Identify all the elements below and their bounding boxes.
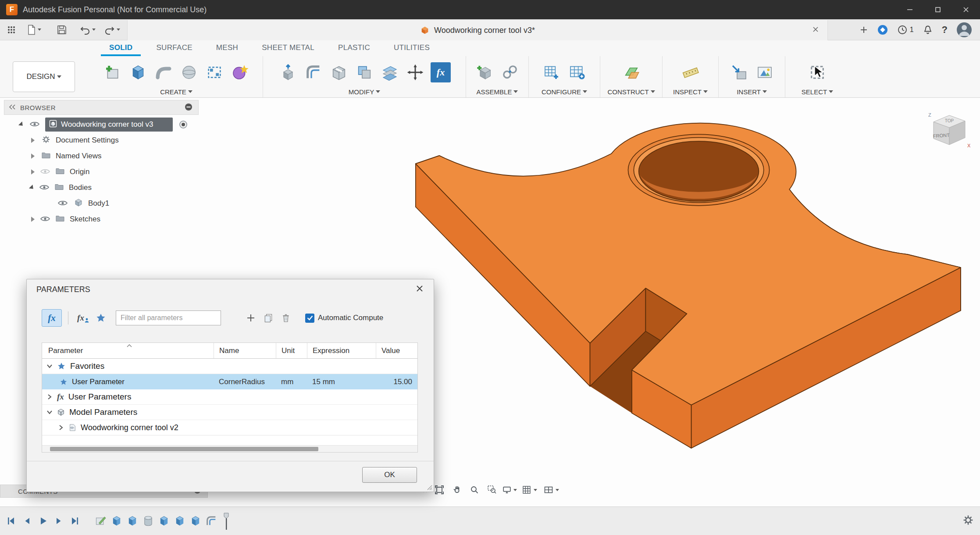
pan-button[interactable]	[449, 483, 464, 497]
redo-button[interactable]	[102, 22, 123, 38]
tree-row-origin[interactable]: Origin	[4, 164, 199, 180]
zoom-button[interactable]	[467, 483, 482, 497]
select-menu[interactable]: SELECT	[802, 86, 833, 97]
undo-button[interactable]	[77, 22, 98, 38]
insert-derive-button[interactable]	[729, 62, 749, 82]
parameters-table-header[interactable]: Parameter Name Unit Expression Value	[42, 343, 417, 359]
root-selected-highlight[interactable]: Woodworking corner tool v3	[45, 118, 173, 132]
named-views-expand-caret[interactable]	[31, 153, 35, 159]
ok-button[interactable]: OK	[362, 467, 417, 483]
app-grid-icon[interactable]	[4, 22, 18, 38]
extensions-icon[interactable]	[874, 22, 891, 38]
combine-button[interactable]	[354, 62, 374, 82]
favorites-filter-star-button[interactable]	[92, 309, 110, 327]
viewcube[interactable]: TOP FRONT Z X	[924, 109, 972, 149]
root-expand-caret[interactable]	[18, 121, 25, 128]
add-parameter-button[interactable]	[242, 309, 260, 327]
bodies-expand-caret[interactable]	[29, 185, 35, 191]
column-header-name[interactable]: Name	[214, 343, 276, 358]
browser-minimize-icon[interactable]	[184, 103, 193, 113]
parameter-expression-cell[interactable]: 15 mm	[307, 378, 376, 386]
form-button[interactable]	[230, 62, 250, 82]
document-tab-close-icon[interactable]	[812, 25, 820, 35]
configure-menu[interactable]: CONFIGURE	[542, 86, 587, 97]
column-header-unit[interactable]: Unit	[276, 343, 307, 358]
tab-mesh[interactable]: MESH	[204, 40, 250, 56]
timeline-play-button[interactable]	[35, 514, 51, 528]
tree-row-document-settings[interactable]: Document Settings	[4, 132, 199, 148]
sketches-expand-caret[interactable]	[31, 217, 35, 222]
joint-button[interactable]	[500, 62, 520, 82]
tree-row-sketches[interactable]: Sketches	[4, 211, 199, 227]
save-button[interactable]	[54, 22, 69, 38]
insert-menu[interactable]: INSERT	[737, 86, 767, 97]
timeline-feature-extrude-3[interactable]	[157, 514, 171, 528]
viewports-button[interactable]	[542, 483, 561, 497]
measure-button[interactable]	[681, 62, 701, 82]
configuration-table-button[interactable]	[567, 62, 587, 82]
construct-menu[interactable]: CONSTRUCT	[607, 86, 655, 97]
shell-button[interactable]	[329, 62, 349, 82]
timeline-feature-extrude-1[interactable]	[110, 514, 124, 528]
fillet-button[interactable]	[303, 62, 324, 82]
configuration-button[interactable]	[542, 62, 562, 82]
new-component-button[interactable]	[474, 62, 495, 82]
revolve-button[interactable]	[179, 62, 199, 82]
press-pull-button[interactable]	[278, 62, 298, 82]
pattern-button[interactable]	[204, 62, 225, 82]
avatar[interactable]	[954, 22, 975, 38]
timeline-settings-gear-icon[interactable]	[962, 514, 974, 528]
create-menu[interactable]: CREATE	[160, 86, 192, 97]
tree-row-body1[interactable]: Body1	[4, 196, 199, 211]
construction-plane-button[interactable]	[621, 62, 641, 82]
tree-row-bodies[interactable]: Bodies	[4, 180, 199, 196]
parameter-row-user-parameter[interactable]: User Parameter CornerRadius mm 15 mm 15.…	[42, 374, 417, 389]
job-status-button[interactable]: 1	[894, 22, 916, 38]
grid-snaps-button[interactable]	[520, 483, 539, 497]
document-tab[interactable]: Woodworking corner tool v3*	[127, 20, 828, 40]
dialog-resize-grip[interactable]	[426, 484, 433, 491]
tab-plastic[interactable]: PLASTIC	[326, 40, 382, 56]
design-workspace-button[interactable]: DESIGN	[13, 61, 75, 92]
tab-solid[interactable]: SOLID	[97, 40, 144, 56]
new-tab-button[interactable]	[857, 22, 871, 38]
timeline-feature-extrude-2[interactable]	[125, 514, 139, 528]
offset-face-button[interactable]	[380, 62, 400, 82]
table-horizontal-scrollbar[interactable]	[42, 445, 417, 452]
parameters-dialog-close-icon[interactable]	[415, 284, 424, 295]
parameter-name-cell[interactable]: CornerRadius	[214, 378, 276, 386]
origin-visibility-eye-off-icon[interactable]	[40, 168, 51, 176]
scrollbar-thumb[interactable]	[50, 447, 318, 451]
help-button[interactable]: ?	[939, 22, 950, 38]
change-parameters-button[interactable]: fx	[431, 62, 451, 82]
timeline-step-forward-button[interactable]	[51, 514, 67, 528]
timeline-position-marker[interactable]	[223, 512, 230, 530]
group-row-model-parameters[interactable]: Model Parameters	[42, 405, 417, 420]
delete-parameter-button[interactable]	[277, 309, 295, 327]
column-header-expression[interactable]: Expression	[307, 343, 376, 358]
extrude-button[interactable]	[128, 62, 148, 82]
move-copy-button[interactable]	[405, 62, 425, 82]
minimize-button[interactable]	[896, 0, 924, 19]
root-visibility-eye-icon[interactable]	[29, 121, 41, 128]
timeline-go-to-end-button[interactable]	[67, 514, 82, 528]
column-header-value[interactable]: Value	[376, 343, 418, 358]
tab-sheet-metal[interactable]: SHEET METAL	[250, 40, 326, 56]
all-parameters-filter-toggle[interactable]: fx	[42, 309, 62, 327]
tab-utilities[interactable]: UTILITIES	[382, 40, 442, 56]
insert-canvas-button[interactable]	[755, 62, 775, 82]
assemble-menu[interactable]: ASSEMBLE	[477, 86, 518, 97]
timeline-feature-extrude-4[interactable]	[173, 514, 187, 528]
file-menu-button[interactable]	[25, 22, 44, 38]
sketches-visibility-eye-icon[interactable]	[40, 215, 51, 223]
filter-parameters-input[interactable]	[116, 310, 221, 325]
browser-collapse-icon[interactable]	[9, 104, 16, 111]
row-model-child[interactable]: Woodworking corner tool v2	[42, 420, 417, 435]
parameters-dialog-titlebar[interactable]: PARAMETERS	[27, 279, 434, 300]
automatic-compute-checkbox[interactable]	[305, 314, 314, 323]
origin-expand-caret[interactable]	[31, 169, 35, 175]
favorites-expand-chevron-icon[interactable]	[46, 364, 53, 368]
close-button[interactable]	[952, 0, 980, 19]
sweep-button[interactable]	[153, 62, 174, 82]
create-sketch-button[interactable]	[103, 62, 123, 82]
